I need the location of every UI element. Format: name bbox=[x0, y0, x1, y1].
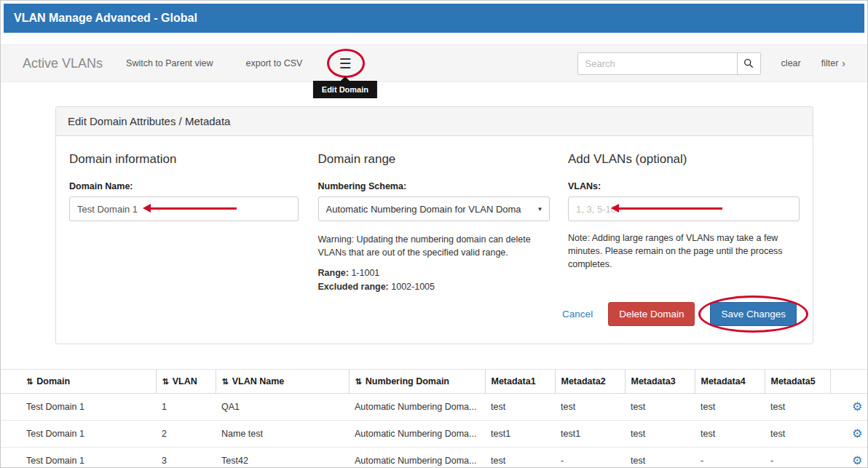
th-metadata4: Metadata4 bbox=[695, 370, 765, 394]
search-icon bbox=[743, 58, 754, 68]
chevron-right-icon: › bbox=[842, 58, 845, 68]
filter-label: filter bbox=[821, 58, 839, 68]
edit-domain-menu-button[interactable]: ☰ Edit Domain bbox=[336, 55, 354, 72]
domain-range-heading: Domain range bbox=[318, 152, 568, 167]
cell-metadata4: test bbox=[695, 394, 765, 421]
sort-icon: ⇅ bbox=[26, 377, 33, 386]
table-row: Test Domain 1 1 QA1 Automatic Numbering … bbox=[1, 394, 868, 421]
numbering-schema-value: Automatic Numbering Domain for VLAN Doma bbox=[326, 204, 521, 215]
range-line: Range: 1-1001 bbox=[318, 268, 568, 278]
cell-metadata4: - bbox=[695, 448, 765, 468]
th-metadata5: Metadata5 bbox=[765, 370, 830, 394]
cell-metadata3: test bbox=[625, 448, 695, 468]
cell-vlan: 3 bbox=[156, 448, 216, 468]
delete-domain-button[interactable]: Delete Domain bbox=[608, 302, 695, 326]
domain-information-heading: Domain information bbox=[69, 152, 318, 167]
th-vlan-name[interactable]: ⇅VLAN Name bbox=[216, 370, 349, 394]
th-metadata1: Metadata1 bbox=[485, 370, 555, 394]
cell-numbering-domain: Automatic Numbering Doma... bbox=[349, 448, 485, 468]
clear-link[interactable]: clear bbox=[781, 58, 801, 68]
cell-vlan-name: Test42 bbox=[216, 448, 349, 468]
numbering-schema-label: Numbering Schema: bbox=[318, 181, 568, 191]
cell-metadata3: test bbox=[625, 394, 695, 421]
panel-body: Domain information Domain Name: Domain r… bbox=[56, 136, 813, 292]
domain-name-input[interactable] bbox=[69, 197, 299, 221]
section-title: Active VLANs bbox=[23, 56, 103, 71]
cell-metadata1: test bbox=[485, 448, 555, 468]
table-row: Test Domain 1 3 Test42 Automatic Numberi… bbox=[1, 448, 868, 468]
app-header: VLAN Manage Advanced - Global bbox=[4, 4, 864, 33]
numbering-schema-select[interactable]: Automatic Numbering Domain for VLAN Doma… bbox=[318, 197, 550, 221]
cell-vlan-name: QA1 bbox=[216, 394, 349, 421]
table-header-row: ⇅Domain ⇅VLAN ⇅VLAN Name ⇅Numbering Doma… bbox=[1, 370, 868, 394]
th-actions bbox=[830, 370, 868, 394]
th-metadata2: Metadata2 bbox=[555, 370, 625, 394]
cell-vlan: 2 bbox=[156, 421, 216, 448]
cell-vlan: 1 bbox=[156, 394, 216, 421]
cell-numbering-domain: Automatic Numbering Doma... bbox=[349, 394, 485, 421]
cell-metadata4: test bbox=[695, 421, 765, 448]
table-row: Test Domain 1 2 Name test Automatic Numb… bbox=[1, 421, 868, 448]
panel-title: Edit Domain Attributes / Metadata bbox=[56, 107, 813, 136]
tooltip-label: Edit Domain bbox=[322, 85, 368, 94]
vlans-label: VLANs: bbox=[568, 181, 800, 191]
page-title: VLAN Manage Advanced - Global bbox=[14, 12, 197, 25]
th-vlan[interactable]: ⇅VLAN bbox=[156, 370, 216, 394]
vlan-table: ⇅Domain ⇅VLAN ⇅VLAN Name ⇅Numbering Doma… bbox=[1, 369, 868, 468]
th-domain[interactable]: ⇅Domain bbox=[1, 370, 156, 394]
cell-metadata5: test bbox=[765, 394, 830, 421]
sort-icon: ⇅ bbox=[355, 377, 362, 386]
sort-icon: ⇅ bbox=[222, 377, 229, 386]
cell-vlan-name: Name test bbox=[216, 421, 349, 448]
tooltip-caret bbox=[341, 76, 350, 81]
range-value: 1-1001 bbox=[351, 268, 379, 278]
add-vlans-column: Add VLANs (optional) VLANs: Note: Adding… bbox=[568, 152, 800, 292]
edit-domain-tooltip: Edit Domain bbox=[313, 81, 377, 98]
range-label: Range: bbox=[318, 268, 349, 278]
th-metadata3: Metadata3 bbox=[625, 370, 695, 394]
toolbar-right-group: clear filter › bbox=[577, 52, 845, 75]
cell-metadata1: test bbox=[485, 394, 555, 421]
cell-metadata1: test1 bbox=[485, 421, 555, 448]
cell-metadata3: test bbox=[625, 421, 695, 448]
cell-metadata2: test1 bbox=[555, 421, 625, 448]
switch-parent-view-link[interactable]: Switch to Parent view bbox=[126, 58, 213, 68]
add-vlans-heading: Add VLANs (optional) bbox=[568, 152, 800, 167]
edit-domain-panel: Edit Domain Attributes / Metadata Domain… bbox=[55, 106, 813, 344]
cell-metadata5: test bbox=[765, 421, 830, 448]
search-button[interactable] bbox=[737, 52, 761, 75]
excluded-range-label: Excluded range: bbox=[318, 282, 389, 292]
caret-down-icon: ▼ bbox=[537, 206, 543, 213]
page: VLAN Manage Advanced - Global Active VLA… bbox=[0, 0, 868, 468]
excluded-range-line: Excluded range: 1002-1005 bbox=[318, 282, 568, 292]
vlans-note-text: Note: Adding large ranges of VLANs may t… bbox=[568, 231, 786, 271]
cell-numbering-domain: Automatic Numbering Doma... bbox=[349, 421, 485, 448]
domain-name-label: Domain Name: bbox=[69, 181, 318, 191]
excluded-range-value: 1002-1005 bbox=[391, 282, 435, 292]
toolbar: Active VLANs Switch to Parent view expor… bbox=[1, 44, 867, 82]
cell-metadata2: - bbox=[555, 448, 625, 468]
cell-metadata2: test bbox=[555, 394, 625, 421]
search-input[interactable] bbox=[577, 52, 738, 75]
row-settings-gear-icon[interactable]: ⚙ bbox=[852, 427, 862, 440]
domain-information-column: Domain information Domain Name: bbox=[69, 152, 318, 292]
row-settings-gear-icon[interactable]: ⚙ bbox=[852, 454, 862, 467]
domain-range-column: Domain range Numbering Schema: Automatic… bbox=[318, 152, 568, 292]
cell-domain: Test Domain 1 bbox=[1, 421, 156, 448]
cell-domain: Test Domain 1 bbox=[1, 394, 156, 421]
cell-domain: Test Domain 1 bbox=[1, 448, 156, 468]
export-csv-link[interactable]: export to CSV bbox=[246, 58, 303, 68]
th-numbering-domain[interactable]: ⇅Numbering Domain bbox=[349, 370, 485, 394]
panel-actions: Cancel Delete Domain Save Changes bbox=[56, 292, 813, 344]
hamburger-icon: ☰ bbox=[336, 55, 354, 72]
save-changes-button[interactable]: Save Changes bbox=[710, 302, 797, 326]
vlans-input[interactable] bbox=[568, 197, 800, 221]
cancel-link[interactable]: Cancel bbox=[562, 309, 593, 320]
range-warning-text: Warning: Updating the numbering domain c… bbox=[318, 233, 545, 259]
sort-icon: ⇅ bbox=[162, 377, 169, 386]
cell-metadata5: - bbox=[765, 448, 830, 468]
filter-link[interactable]: filter › bbox=[821, 58, 845, 68]
row-settings-gear-icon[interactable]: ⚙ bbox=[852, 400, 862, 413]
